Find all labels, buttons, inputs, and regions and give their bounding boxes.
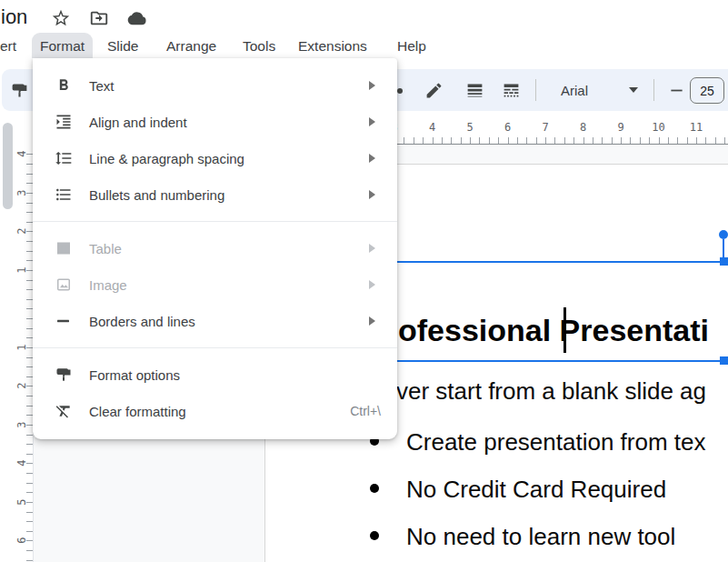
list-bulleted-icon [55,186,73,204]
menu-divider [33,221,397,222]
menu-item-label: Line & paragraph spacing [89,151,369,166]
menu-item-line-paragraph-spacing[interactable]: Line & paragraph spacing [33,140,397,176]
slide-subtitle-text[interactable]: ver start from a blank slide ag [396,377,706,406]
menu-item-format-options[interactable]: Format options [33,356,397,393]
ruler-tick [508,137,509,144]
border-weight-button[interactable] [460,69,489,111]
ruler-tick [593,137,593,144]
ruler-tick [677,137,678,144]
ruler-number: 7 [536,121,554,134]
rotation-handle-stem [723,239,724,261]
menu-item-label: Clear formatting [89,404,350,419]
ruler-tick [470,137,471,144]
ruler-tick [442,137,443,144]
ruler-tick [26,540,33,541]
paint-format-button[interactable] [5,69,34,111]
ruler-tick [26,222,33,223]
text-caret [563,307,566,353]
menu-item-text[interactable]: Text [33,67,397,104]
font-family-dropdown-icon[interactable] [625,69,642,111]
ruler-number: 9 [612,121,630,134]
ruler-tick [26,347,33,348]
menubar-item-format[interactable]: Format [40,35,85,58]
ruler-tick [573,137,574,144]
ruler-tick [26,154,33,155]
ruler-tick [26,193,33,194]
menu-item-bullets-and-numbering[interactable]: Bullets and numbering [33,176,397,213]
ruler-tick [526,137,527,144]
ruler-tick [26,454,33,455]
ruler-tick [545,137,546,144]
menu-item-clear-formatting[interactable]: Clear formatting Ctrl+\ [33,393,397,429]
menu-item-align-and-indent[interactable]: Align and indent [33,104,397,140]
menu-item-image[interactable]: Image [33,266,397,303]
ruler-tick [602,137,603,144]
ruler-tick [26,318,33,319]
menubar-item-arrange[interactable]: Arrange [166,35,216,58]
ruler-tick [498,137,499,144]
fill-color-icon-fragment[interactable] [397,88,403,94]
selection-handle[interactable] [720,356,728,365]
submenu-arrow-icon [369,154,375,163]
ruler-tick [668,137,669,144]
ruler-tick [26,406,33,406]
ruler-tick [433,137,434,144]
ruler-tick [536,137,537,144]
ruler-number: 10 [650,121,668,134]
submenu-arrow-icon [369,280,375,289]
menubar-item-extensions[interactable]: Extensions [298,35,367,58]
submenu-arrow-icon [369,244,375,253]
submenu-arrow-icon [369,190,375,199]
menubar-item-insert-fragment[interactable]: ert [0,35,16,58]
menubar-item-help[interactable]: Help [397,35,426,58]
ruler-tick [26,435,33,436]
ruler-tick [640,137,641,144]
border-dash-button[interactable] [496,69,525,111]
menu-item-borders-and-lines[interactable]: Borders and lines [33,303,397,339]
border-color-pen-button[interactable] [419,69,448,111]
menu-item-label: Text [89,78,369,94]
ruler-tick [26,164,33,165]
ruler-tick [26,550,33,551]
cloud-saved-icon[interactable] [125,6,149,30]
filmstrip-scrollbar-thumb[interactable] [3,123,13,209]
ruler-tick [26,212,33,213]
toolbar-separator [653,79,654,101]
google-slides-window: ofessional Presentati ver start from a b… [0,0,728,562]
ruler-tick [26,425,33,426]
ruler-tick [564,137,565,144]
ruler-tick [479,137,480,144]
ruler-number: 11 [687,121,705,134]
menu-item-label: Format options [89,367,397,383]
bullet-dot-icon [370,484,379,493]
menu-item-label: Image [89,277,369,293]
ruler-tick [26,483,33,484]
indent-icon [55,113,73,131]
bold-icon [55,76,73,95]
document-title[interactable]: ion [1,5,27,29]
decrease-font-size-button[interactable] [663,69,689,111]
ruler-tick [26,174,33,175]
rotation-handle[interactable] [719,230,728,239]
ruler-tick [26,308,33,309]
star-icon[interactable] [49,6,73,30]
menu-item-label: Align and indent [89,115,369,130]
menubar-item-tools[interactable]: Tools [243,35,275,58]
ruler-tick [705,137,706,144]
menubar-item-slide[interactable]: Slide [107,35,138,58]
menu-item-label: Bullets and numbering [89,187,369,203]
line-spacing-icon [55,149,73,167]
bullet-text: No need to learn new tool [406,523,675,551]
table-icon [55,239,73,257]
ruler-tick [26,512,33,513]
ruler-tick [517,137,518,144]
ruler-tick [26,521,33,522]
ruler-tick [26,444,33,445]
ruler-tick [649,137,650,144]
menu-divider [33,347,397,348]
ruler-tick [621,137,622,144]
font-size-input[interactable]: 25 [690,77,724,104]
font-family-select[interactable]: Arial [552,69,597,111]
menu-item-table[interactable]: Table [33,230,397,266]
move-folder-icon[interactable] [87,6,111,30]
